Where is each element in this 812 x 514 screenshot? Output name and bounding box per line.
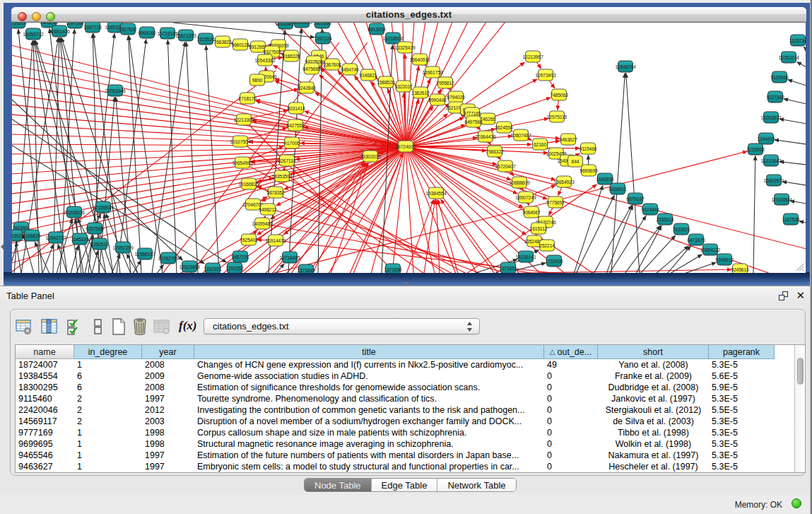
table-selector-dropdown[interactable]: citations_edges.txt bbox=[204, 318, 480, 334]
scrollbar-thumb[interactable] bbox=[797, 358, 804, 385]
table-row[interactable]: 1456911722003Disruption of a novel membe… bbox=[16, 416, 805, 427]
graph-node[interactable]: 2718170 bbox=[238, 93, 257, 104]
table-row[interactable]: 2242004622012Investigating the contribut… bbox=[16, 404, 805, 416]
graph-node[interactable]: 1292352 bbox=[225, 262, 244, 273]
table-row[interactable]: 911546021997Tourette syndrome. Phenomeno… bbox=[16, 393, 805, 404]
graph-node[interactable]: 19384554 bbox=[425, 187, 446, 199]
graph-node[interactable]: 6966160 bbox=[138, 27, 156, 38]
graph-node[interactable]: 12975115 bbox=[547, 111, 567, 122]
graph-node[interactable]: 6497568 bbox=[464, 116, 483, 127]
graph-node[interactable]: 1145193 bbox=[71, 233, 89, 245]
graph-node[interactable]: 10688609 bbox=[509, 177, 529, 188]
graph-node[interactable]: 10807487 bbox=[510, 129, 531, 141]
graph-node[interactable]: 1244415 bbox=[757, 133, 775, 144]
graph-node[interactable]: 13716485 bbox=[279, 252, 300, 263]
graph-node[interactable]: 844 bbox=[568, 156, 583, 167]
graph-node[interactable]: 1588520 bbox=[377, 76, 395, 88]
graph-node[interactable]: 14055712 bbox=[23, 28, 43, 40]
graph-node[interactable]: 1292351 bbox=[204, 263, 222, 273]
graph-node[interactable]: 15640910 bbox=[409, 54, 430, 65]
graph-node[interactable]: 13654923 bbox=[553, 176, 574, 187]
graph-node[interactable]: 9660128 bbox=[231, 39, 249, 50]
graph-node[interactable]: 7515526 bbox=[196, 33, 215, 45]
graph-node[interactable]: 18907249 bbox=[515, 192, 536, 203]
table-settings-button[interactable] bbox=[15, 317, 33, 336]
graph-node[interactable]: 1640935 bbox=[596, 173, 614, 185]
graph-node[interactable]: 12093872 bbox=[760, 112, 781, 123]
graph-node[interactable]: 9084067 bbox=[522, 206, 541, 218]
graph-node[interactable]: 1733426 bbox=[545, 255, 563, 267]
graph-node[interactable]: 20053346 bbox=[105, 85, 125, 96]
graph-node[interactable]: 16961758 bbox=[422, 66, 442, 78]
graph-node[interactable]: 1250513 bbox=[90, 238, 109, 250]
graph-node[interactable]: 2039514 bbox=[12, 23, 27, 28]
graph-node[interactable]: 16914479 bbox=[265, 235, 286, 246]
graph-node[interactable]: 23302035 bbox=[360, 151, 380, 162]
graph-node[interactable]: 5498212 bbox=[259, 204, 277, 215]
graph-node[interactable]: 16033810 bbox=[291, 23, 312, 28]
close-panel-icon[interactable]: ✕ bbox=[796, 289, 805, 302]
function-builder-button[interactable]: f(x) bbox=[179, 319, 197, 337]
graph-node[interactable]: 8471676 bbox=[687, 234, 705, 245]
graph-node[interactable]: 19654985 bbox=[232, 157, 252, 168]
graph-node[interactable]: 9146821 bbox=[359, 69, 377, 81]
tab-edge-table[interactable]: Edge Table bbox=[372, 479, 438, 491]
graph-node[interactable]: 9463627 bbox=[559, 134, 577, 145]
graph-node[interactable]: 12942757 bbox=[45, 232, 66, 243]
graph-node[interactable]: 417006 bbox=[284, 137, 300, 148]
graph-node[interactable]: 8475685 bbox=[302, 63, 321, 74]
graph-node[interactable]: 19166825 bbox=[238, 178, 259, 189]
table-row[interactable]: 969969511998Structural magnetic resonanc… bbox=[16, 438, 805, 450]
graph-node[interactable]: 62160 bbox=[533, 139, 548, 150]
graph-node[interactable]: 5322037 bbox=[394, 81, 413, 92]
graph-node[interactable]: 2935114 bbox=[657, 214, 674, 225]
float-panel-icon[interactable] bbox=[778, 291, 789, 301]
graph-node[interactable]: 20206526 bbox=[64, 206, 84, 218]
graph-node[interactable]: 252214 bbox=[539, 240, 555, 251]
graph-node[interactable]: 6794028 bbox=[447, 91, 465, 103]
graph-node[interactable]: 3624554 bbox=[495, 122, 513, 133]
network-window-titlebar[interactable]: citations_edges.txt bbox=[11, 7, 806, 23]
graph-node[interactable]: 10973493 bbox=[535, 69, 555, 81]
table-row[interactable]: 1938455462009Genome-wide association stu… bbox=[16, 370, 805, 382]
graph-node[interactable]: 16671355 bbox=[175, 30, 196, 41]
table-row[interactable]: 946362711997Embryonic stem cells: a mode… bbox=[16, 461, 805, 472]
graph-node[interactable]: 15692971 bbox=[763, 175, 784, 186]
row-height-button[interactable] bbox=[89, 317, 107, 336]
graph-node[interactable]: 1097564 bbox=[66, 23, 84, 28]
resize-grip-icon[interactable] bbox=[794, 262, 804, 271]
graph-node[interactable]: 12213967 bbox=[522, 51, 543, 62]
graph-node[interactable]: 9115460 bbox=[579, 143, 597, 154]
tab-node-table[interactable]: Node Table bbox=[305, 479, 372, 491]
graph-node[interactable]: 18353594 bbox=[271, 170, 292, 182]
graph-node[interactable]: 3267110 bbox=[278, 155, 296, 166]
graph-node[interactable]: 14099489 bbox=[252, 218, 272, 229]
graph-node[interactable]: 18724007 bbox=[395, 141, 416, 152]
graph-node[interactable]: 10654112 bbox=[700, 244, 721, 255]
graph-node[interactable]: 17159934 bbox=[93, 201, 113, 213]
graph-node[interactable]: 9129966 bbox=[770, 71, 789, 83]
table-row[interactable]: 1830029562008Estimation of significance … bbox=[16, 382, 805, 393]
graph-node[interactable]: 1097713 bbox=[83, 23, 102, 33]
graph-node[interactable]: 20691406 bbox=[49, 25, 69, 37]
graph-node[interactable]: 7955812 bbox=[436, 77, 454, 88]
table-row[interactable]: 946554611997Estimation of the future num… bbox=[16, 450, 805, 461]
new-table-button[interactable] bbox=[110, 317, 128, 336]
column-header-title[interactable]: title bbox=[194, 345, 544, 359]
graph-node[interactable]: 14136141 bbox=[515, 251, 536, 262]
collapse-left-panel-icon[interactable] bbox=[0, 243, 4, 250]
graph-node[interactable]: 10958157 bbox=[134, 248, 155, 259]
graph-node[interactable]: 8990448 bbox=[428, 94, 447, 105]
column-header-year[interactable]: year bbox=[142, 345, 194, 359]
graph-node[interactable]: 7485063 bbox=[550, 89, 568, 100]
graph-node[interactable]: 6879197 bbox=[626, 193, 645, 204]
graph-node[interactable]: 9245613 bbox=[731, 264, 749, 273]
graph-node[interactable]: 9890 bbox=[250, 74, 265, 86]
graph-node[interactable]: 8186328 bbox=[282, 50, 300, 62]
table-row[interactable]: 1872400712008Changes of HCN gene express… bbox=[16, 359, 805, 370]
graph-node[interactable]: 9457791 bbox=[231, 251, 249, 262]
graph-node[interactable]: 8031414 bbox=[287, 103, 305, 114]
graph-node[interactable]: 7986322 bbox=[486, 146, 504, 157]
graph-node[interactable]: 17957259 bbox=[112, 242, 133, 253]
table-row[interactable]: 977716911998Corpus callosum shape and si… bbox=[16, 427, 805, 438]
